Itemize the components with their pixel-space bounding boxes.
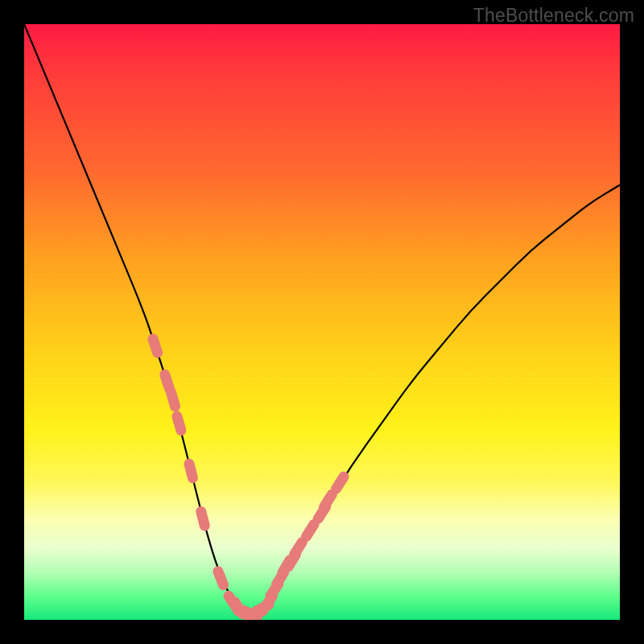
marker-group bbox=[153, 339, 344, 617]
curve-layer bbox=[24, 24, 620, 620]
bottleneck-curve bbox=[24, 24, 620, 613]
marker-point bbox=[165, 375, 170, 389]
marker-point bbox=[218, 572, 224, 585]
marker-point bbox=[201, 512, 204, 526]
marker-point bbox=[295, 543, 303, 555]
chart-frame: TheBottleneck.com bbox=[0, 0, 644, 644]
marker-point bbox=[306, 524, 314, 536]
plot-area bbox=[24, 24, 620, 620]
marker-point bbox=[177, 416, 181, 430]
marker-point bbox=[324, 494, 332, 506]
marker-point bbox=[153, 339, 158, 353]
marker-point bbox=[189, 464, 192, 477]
marker-point bbox=[171, 393, 175, 407]
watermark-text: TheBottleneck.com bbox=[473, 5, 634, 27]
marker-point bbox=[336, 477, 344, 489]
